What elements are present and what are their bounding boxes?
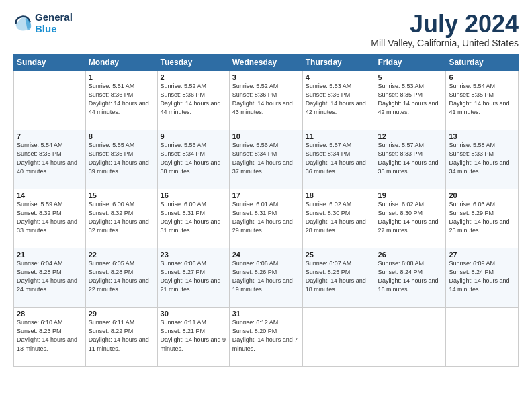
calendar-day-header: Sunday xyxy=(14,54,86,71)
subtitle: Mill Valley, California, United States xyxy=(371,38,519,48)
day-info: Sunrise: 6:07 AMSunset: 8:25 PMDaylight:… xyxy=(306,259,372,294)
day-number: 31 xyxy=(232,310,300,318)
calendar-day-header: Tuesday xyxy=(157,54,229,71)
calendar-cell: 1Sunrise: 5:51 AMSunset: 8:36 PMDaylight… xyxy=(85,71,157,130)
day-number: 10 xyxy=(232,132,300,140)
calendar-cell xyxy=(302,308,375,367)
calendar-cell: 29Sunrise: 6:11 AMSunset: 8:22 PMDayligh… xyxy=(85,308,157,367)
day-number: 24 xyxy=(232,250,300,259)
day-info: Sunrise: 6:12 AMSunset: 8:20 PMDaylight:… xyxy=(232,318,300,353)
day-info: Sunrise: 6:06 AMSunset: 8:27 PMDaylight:… xyxy=(161,259,226,294)
day-number: 28 xyxy=(17,310,83,318)
day-number: 20 xyxy=(449,191,515,199)
calendar-day-header: Wednesday xyxy=(229,54,302,71)
day-info: Sunrise: 6:10 AMSunset: 8:23 PMDaylight:… xyxy=(17,318,83,353)
calendar-cell: 19Sunrise: 6:02 AMSunset: 8:30 PMDayligh… xyxy=(375,189,446,248)
day-info: Sunrise: 5:56 AMSunset: 8:34 PMDaylight:… xyxy=(232,141,300,176)
day-info: Sunrise: 6:09 AMSunset: 8:24 PMDaylight:… xyxy=(449,259,515,294)
day-number: 9 xyxy=(161,132,226,140)
day-number: 11 xyxy=(306,132,372,140)
day-info: Sunrise: 6:11 AMSunset: 8:21 PMDaylight:… xyxy=(161,318,226,353)
day-info: Sunrise: 6:08 AMSunset: 8:24 PMDaylight:… xyxy=(378,259,443,294)
day-info: Sunrise: 5:52 AMSunset: 8:36 PMDaylight:… xyxy=(232,82,300,117)
calendar-cell: 25Sunrise: 6:07 AMSunset: 8:25 PMDayligh… xyxy=(302,248,375,308)
day-info: Sunrise: 6:01 AMSunset: 8:31 PMDaylight:… xyxy=(232,200,300,235)
day-info: Sunrise: 5:52 AMSunset: 8:36 PMDaylight:… xyxy=(161,82,226,117)
calendar-cell: 31Sunrise: 6:12 AMSunset: 8:20 PMDayligh… xyxy=(229,308,302,367)
logo-line1: General xyxy=(35,12,73,24)
day-info: Sunrise: 5:57 AMSunset: 8:34 PMDaylight:… xyxy=(306,141,372,176)
day-number: 3 xyxy=(232,73,300,81)
calendar-cell xyxy=(446,308,519,367)
day-number: 26 xyxy=(378,250,443,259)
calendar-cell: 11Sunrise: 5:57 AMSunset: 8:34 PMDayligh… xyxy=(302,130,375,189)
day-number: 21 xyxy=(17,250,83,259)
calendar-cell: 6Sunrise: 5:54 AMSunset: 8:35 PMDaylight… xyxy=(446,71,519,130)
day-number: 1 xyxy=(89,73,154,81)
day-info: Sunrise: 5:55 AMSunset: 8:35 PMDaylight:… xyxy=(89,141,154,176)
day-info: Sunrise: 6:05 AMSunset: 8:28 PMDaylight:… xyxy=(89,259,154,294)
day-number: 5 xyxy=(378,73,443,81)
day-info: Sunrise: 6:11 AMSunset: 8:22 PMDaylight:… xyxy=(89,318,154,353)
day-number: 30 xyxy=(161,310,226,318)
main-title: July 2024 xyxy=(371,12,519,36)
day-info: Sunrise: 5:59 AMSunset: 8:32 PMDaylight:… xyxy=(17,200,83,235)
day-info: Sunrise: 5:53 AMSunset: 8:36 PMDaylight:… xyxy=(306,82,372,117)
calendar-cell: 18Sunrise: 6:02 AMSunset: 8:30 PMDayligh… xyxy=(302,189,375,248)
calendar-week-row: 7Sunrise: 5:54 AMSunset: 8:35 PMDaylight… xyxy=(14,130,519,189)
page: General Blue July 2024 Mill Valley, Cali… xyxy=(0,0,532,411)
day-info: Sunrise: 6:00 AMSunset: 8:32 PMDaylight:… xyxy=(89,200,154,235)
day-number: 7 xyxy=(17,132,83,140)
calendar-cell: 16Sunrise: 6:00 AMSunset: 8:31 PMDayligh… xyxy=(157,189,229,248)
day-info: Sunrise: 5:58 AMSunset: 8:33 PMDaylight:… xyxy=(449,141,515,176)
day-info: Sunrise: 6:04 AMSunset: 8:28 PMDaylight:… xyxy=(17,259,83,294)
day-info: Sunrise: 5:51 AMSunset: 8:36 PMDaylight:… xyxy=(89,82,154,117)
calendar-day-header: Saturday xyxy=(446,54,519,71)
calendar-cell xyxy=(375,308,446,367)
day-number: 16 xyxy=(161,191,226,199)
day-number: 2 xyxy=(161,73,226,81)
logo: General Blue xyxy=(13,12,73,34)
calendar-week-row: 28Sunrise: 6:10 AMSunset: 8:23 PMDayligh… xyxy=(14,308,519,367)
calendar-cell: 8Sunrise: 5:55 AMSunset: 8:35 PMDaylight… xyxy=(85,130,157,189)
calendar-cell: 20Sunrise: 6:03 AMSunset: 8:29 PMDayligh… xyxy=(446,189,519,248)
calendar-day-header: Monday xyxy=(85,54,157,71)
calendar-cell: 30Sunrise: 6:11 AMSunset: 8:21 PMDayligh… xyxy=(157,308,229,367)
day-info: Sunrise: 6:00 AMSunset: 8:31 PMDaylight:… xyxy=(161,200,226,235)
day-number: 14 xyxy=(17,191,83,199)
day-info: Sunrise: 5:56 AMSunset: 8:34 PMDaylight:… xyxy=(161,141,226,176)
day-number: 17 xyxy=(232,191,300,199)
calendar-cell: 23Sunrise: 6:06 AMSunset: 8:27 PMDayligh… xyxy=(157,248,229,308)
calendar-cell: 2Sunrise: 5:52 AMSunset: 8:36 PMDaylight… xyxy=(157,71,229,130)
title-section: July 2024 Mill Valley, California, Unite… xyxy=(371,12,519,48)
calendar-cell: 3Sunrise: 5:52 AMSunset: 8:36 PMDaylight… xyxy=(229,71,302,130)
calendar-cell: 24Sunrise: 6:06 AMSunset: 8:26 PMDayligh… xyxy=(229,248,302,308)
logo-line2: Blue xyxy=(35,23,57,34)
day-info: Sunrise: 6:02 AMSunset: 8:30 PMDaylight:… xyxy=(306,200,372,235)
calendar-day-header: Friday xyxy=(375,54,446,71)
calendar-cell xyxy=(14,71,86,130)
day-number: 15 xyxy=(89,191,154,199)
day-number: 6 xyxy=(449,73,515,81)
calendar-cell: 22Sunrise: 6:05 AMSunset: 8:28 PMDayligh… xyxy=(85,248,157,308)
logo-icon xyxy=(13,14,32,33)
calendar-cell: 12Sunrise: 5:57 AMSunset: 8:33 PMDayligh… xyxy=(375,130,446,189)
calendar-cell: 28Sunrise: 6:10 AMSunset: 8:23 PMDayligh… xyxy=(14,308,86,367)
calendar-cell: 26Sunrise: 6:08 AMSunset: 8:24 PMDayligh… xyxy=(375,248,446,308)
calendar-day-header: Thursday xyxy=(302,54,375,71)
calendar-cell: 17Sunrise: 6:01 AMSunset: 8:31 PMDayligh… xyxy=(229,189,302,248)
calendar-cell: 4Sunrise: 5:53 AMSunset: 8:36 PMDaylight… xyxy=(302,71,375,130)
calendar-cell: 10Sunrise: 5:56 AMSunset: 8:34 PMDayligh… xyxy=(229,130,302,189)
day-info: Sunrise: 6:03 AMSunset: 8:29 PMDaylight:… xyxy=(449,200,515,235)
day-number: 27 xyxy=(449,250,515,259)
day-info: Sunrise: 5:57 AMSunset: 8:33 PMDaylight:… xyxy=(378,141,443,176)
day-number: 19 xyxy=(378,191,443,199)
logo-text: General Blue xyxy=(35,12,73,34)
day-number: 29 xyxy=(89,310,154,318)
calendar-cell: 9Sunrise: 5:56 AMSunset: 8:34 PMDaylight… xyxy=(157,130,229,189)
day-info: Sunrise: 5:54 AMSunset: 8:35 PMDaylight:… xyxy=(449,82,515,117)
calendar-cell: 14Sunrise: 5:59 AMSunset: 8:32 PMDayligh… xyxy=(14,189,86,248)
calendar-week-row: 1Sunrise: 5:51 AMSunset: 8:36 PMDaylight… xyxy=(14,71,519,130)
day-number: 23 xyxy=(161,250,226,259)
calendar-cell: 27Sunrise: 6:09 AMSunset: 8:24 PMDayligh… xyxy=(446,248,519,308)
